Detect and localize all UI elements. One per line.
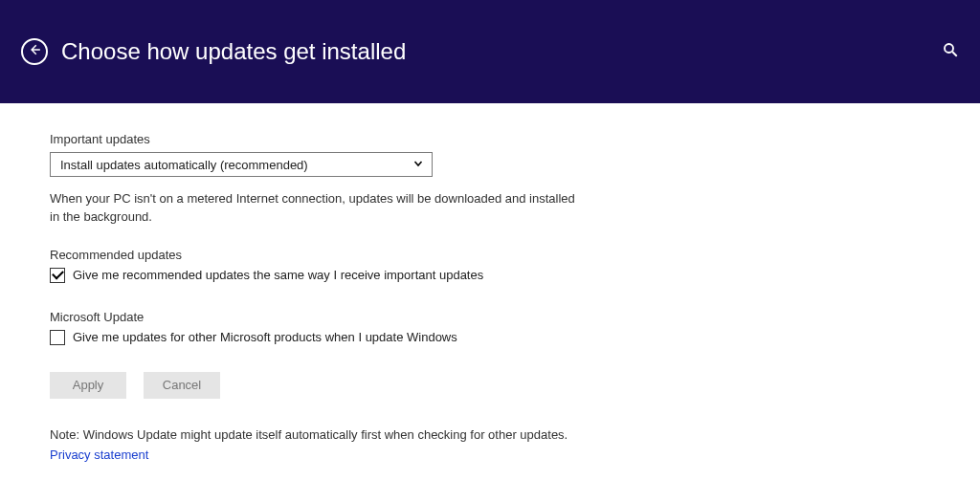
svg-line-1 (952, 52, 957, 56)
microsoft-update-label: Microsoft Update (50, 310, 980, 324)
chevron-down-icon (412, 158, 424, 172)
footer-note: Note: Windows Update might update itself… (50, 427, 980, 442)
recommended-updates-group: Recommended updates Give me recommended … (50, 248, 980, 283)
microsoft-checkbox[interactable] (50, 330, 65, 345)
dropdown-value: Install updates automatically (recommend… (60, 158, 308, 172)
svg-point-0 (945, 44, 953, 53)
important-updates-label: Important updates (50, 132, 980, 146)
recommended-checkbox-row: Give me recommended updates the same way… (50, 268, 980, 283)
microsoft-checkbox-label: Give me updates for other Microsoft prod… (73, 330, 457, 344)
search-button[interactable] (942, 41, 959, 62)
page-header: Choose how updates get installed (0, 0, 980, 103)
cancel-button[interactable]: Cancel (144, 372, 220, 399)
microsoft-checkbox-row: Give me updates for other Microsoft prod… (50, 330, 980, 345)
recommended-updates-label: Recommended updates (50, 248, 980, 262)
recommended-checkbox-label: Give me recommended updates the same way… (73, 268, 483, 282)
important-updates-dropdown[interactable]: Install updates automatically (recommend… (50, 152, 433, 177)
search-icon (942, 45, 959, 61)
back-button[interactable] (21, 38, 48, 65)
important-updates-description: When your PC isn't on a metered Internet… (50, 190, 586, 227)
page-title: Choose how updates get installed (61, 38, 406, 65)
back-arrow-icon (28, 43, 41, 60)
header-left: Choose how updates get installed (21, 38, 406, 65)
content-area: Important updates Install updates automa… (0, 103, 980, 462)
apply-button[interactable]: Apply (50, 372, 126, 399)
microsoft-update-group: Microsoft Update Give me updates for oth… (50, 310, 980, 345)
button-row: Apply Cancel (50, 372, 980, 399)
recommended-checkbox[interactable] (50, 268, 65, 283)
privacy-link[interactable]: Privacy statement (50, 447, 980, 462)
